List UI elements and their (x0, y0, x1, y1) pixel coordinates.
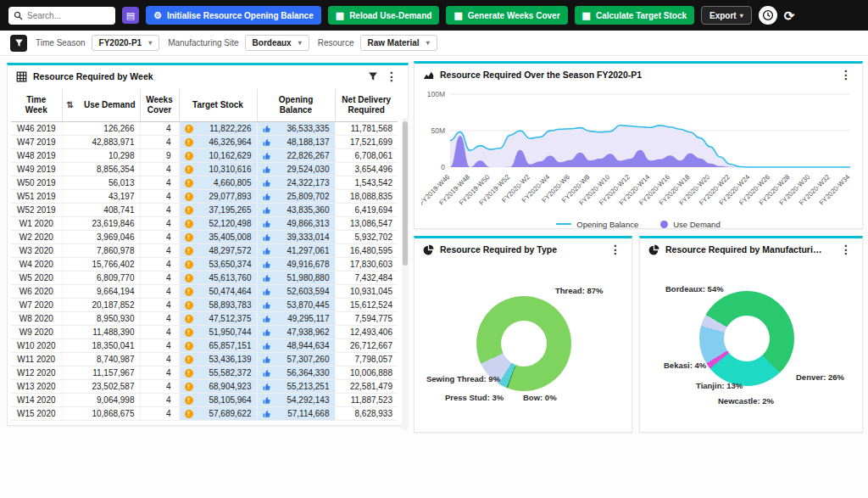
table-row[interactable]: W51 201943,1974!29,077,89325,809,70218,0… (11, 190, 398, 204)
cell-weeks-cover: 4 (140, 244, 179, 258)
resource-table: Time Week ⇅Use Demand Weeks Cover Target… (11, 89, 398, 421)
filters-icon-button[interactable] (10, 35, 27, 52)
warning-icon: ! (185, 206, 193, 215)
top-toolbar: ▤ ⚙ Initialise Resource Opening Balance … (0, 0, 868, 31)
table-row[interactable]: W8 20208,950,9304!47,512,37549,295,1177,… (11, 312, 398, 326)
cell-net-delivery: 7,432,484 (335, 271, 398, 285)
thumbs-up-icon (263, 152, 271, 160)
reload-use-demand-button[interactable]: ▦ Reload Use-Demand (328, 6, 440, 25)
cell-weeks-cover: 4 (140, 258, 179, 271)
search-icon (14, 11, 23, 20)
season-chart[interactable]: 050M100MFY2019-W46FY2019-W48FY2019-W50FY… (415, 86, 862, 216)
site-donut-chart[interactable] (699, 291, 794, 386)
cell-use-demand: 7,860,978 (62, 244, 140, 258)
cell-net-delivery: 5,932,702 (335, 231, 398, 244)
table-row[interactable]: W50 201956,0134!4,660,80524,322,1731,543… (11, 176, 398, 190)
table-filter-icon[interactable] (368, 71, 378, 81)
search-box[interactable] (8, 7, 115, 25)
donut-label-press-stud: Press Stud: 3% (445, 393, 504, 402)
clock-icon (762, 9, 774, 21)
table-row[interactable]: W10 202018,350,0414!65,857,15148,944,634… (11, 339, 398, 353)
cell-use-demand: 9,064,998 (62, 394, 140, 407)
table-row[interactable]: W14 20209,064,9984!58,105,96454,292,1431… (11, 394, 398, 407)
app-grid-icon-button[interactable]: ▤ (122, 7, 139, 24)
warning-icon: ! (185, 328, 193, 337)
scrollbar-thumb[interactable] (403, 121, 408, 266)
cell-weeks-cover: 4 (140, 312, 179, 326)
cell-opening-balance: 43,835,360 (257, 204, 335, 217)
table-row[interactable]: W11 20208,740,9874!53,436,13957,307,2607… (11, 353, 398, 367)
cell-net-delivery: 12,493,406 (335, 326, 398, 339)
cell-weeks-cover: 4 (140, 339, 179, 353)
initialise-opening-balance-button[interactable]: ⚙ Initialise Resource Opening Balance (146, 6, 321, 25)
funnel-icon (14, 38, 24, 48)
refresh-button[interactable]: ⟳ (784, 9, 795, 22)
table-row[interactable]: W52 2019408,7414!37,195,26543,835,3606,4… (11, 204, 398, 217)
table-row[interactable]: W5 20206,809,7704!45,613,76051,980,8807,… (11, 271, 398, 285)
svg-text:50M: 50M (431, 126, 445, 135)
cell-use-demand: 3,969,046 (62, 231, 140, 244)
kebab-menu-icon[interactable]: ⋮ (608, 243, 623, 256)
warning-icon: ! (185, 342, 193, 350)
warning-icon: ! (185, 193, 193, 201)
gears-icon: ⚙ (153, 11, 162, 20)
cell-use-demand: 18,350,041 (62, 339, 140, 353)
cell-opening-balance: 49,295,117 (257, 312, 335, 326)
cell-use-demand: 8,856,354 (62, 163, 140, 176)
cell-opening-balance: 57,307,260 (257, 353, 335, 367)
cell-target-stock: !46,326,964 (179, 136, 257, 149)
generate-weeks-cover-button[interactable]: ▦ Generate Weeks Cover (446, 6, 567, 25)
kebab-menu-icon[interactable]: ⋮ (384, 70, 399, 83)
table-scrollbar[interactable] (402, 118, 409, 430)
table-row[interactable]: W13 202023,502,5874!68,904,92355,213,251… (11, 380, 398, 394)
cell-weeks-cover: 4 (140, 204, 179, 217)
resource-select[interactable]: Raw Material ▾ (360, 35, 437, 51)
cell-use-demand: 43,197 (62, 190, 140, 204)
legend-item-opening-balance[interactable]: Opening Balance (556, 220, 638, 229)
table-row[interactable]: W2 20203,969,0464!35,405,00839,333,0145,… (11, 231, 398, 244)
cell-time-week: W46 2019 (11, 122, 62, 136)
thumbs-up-icon (263, 125, 271, 133)
table-row[interactable]: W3 20207,860,9784!48,297,57241,297,06116… (11, 244, 398, 258)
kebab-menu-icon[interactable]: ⋮ (838, 243, 854, 256)
cell-time-week: W50 2019 (11, 176, 62, 190)
cell-time-week: W51 2019 (11, 190, 62, 204)
table-row[interactable]: W15 202010,868,6754!57,689,62257,114,668… (11, 407, 398, 421)
table-row[interactable]: W46 2019126,2664!11,822,22636,533,33511,… (11, 122, 398, 136)
search-input[interactable] (27, 11, 110, 20)
table-row[interactable]: W1 202023,619,8464!52,120,49849,866,3131… (11, 217, 398, 231)
col-header-net-delivery[interactable]: Net Delivery Required (335, 89, 398, 122)
warning-icon: ! (185, 179, 193, 187)
cell-weeks-cover: 4 (140, 367, 179, 380)
table-row[interactable]: W12 202011,157,9674!55,582,37256,364,330… (11, 367, 398, 380)
cell-use-demand: 56,013 (62, 176, 140, 190)
thumbs-up-icon (263, 369, 271, 378)
table-row[interactable]: W48 201910,2989!10,162,62922,826,2676,70… (11, 149, 398, 163)
thumbs-up-icon (263, 260, 271, 269)
col-header-weeks-cover[interactable]: Weeks Cover (140, 89, 179, 122)
col-header-time-week[interactable]: Time Week (11, 89, 62, 122)
table-row[interactable]: W49 20198,856,3544!10,310,61629,524,0303… (11, 163, 398, 176)
cell-net-delivery: 17,521,699 (335, 136, 398, 149)
cell-opening-balance: 52,603,594 (257, 285, 335, 299)
col-header-target-stock[interactable]: Target Stock (179, 89, 257, 122)
table-row[interactable]: W7 202020,187,8524!58,893,78353,870,4451… (11, 299, 398, 312)
time-season-select[interactable]: FY2020-P1 ▾ (92, 35, 160, 51)
table-row[interactable]: W4 202015,766,4024!53,650,37449,916,6781… (11, 258, 398, 271)
legend-item-use-demand[interactable]: Use Demand (660, 220, 720, 229)
col-header-use-demand[interactable]: ⇅Use Demand (62, 89, 140, 122)
donut-hole (501, 321, 547, 367)
cell-use-demand: 15,766,402 (62, 258, 140, 271)
kebab-menu-icon[interactable]: ⋮ (838, 68, 854, 81)
calculate-target-stock-button[interactable]: ▦ Calculate Target Stock (575, 6, 694, 25)
cell-net-delivery: 8,628,933 (335, 407, 398, 421)
manufacturing-site-select[interactable]: Bordeaux ▾ (245, 35, 309, 51)
col-header-opening-balance[interactable]: Opening Balance (257, 89, 335, 122)
table-row[interactable]: W6 20209,664,1944!50,474,46452,603,59410… (11, 285, 398, 299)
export-button[interactable]: Export ▾ (701, 6, 752, 25)
table-row[interactable]: W47 201942,883,9714!46,326,96448,188,137… (11, 136, 398, 149)
cell-opening-balance: 48,188,137 (257, 136, 335, 149)
history-clock-button[interactable] (759, 6, 777, 25)
cell-target-stock: !37,195,265 (179, 204, 257, 217)
table-row[interactable]: W9 202011,488,3904!51,950,74447,938,9621… (11, 326, 398, 339)
